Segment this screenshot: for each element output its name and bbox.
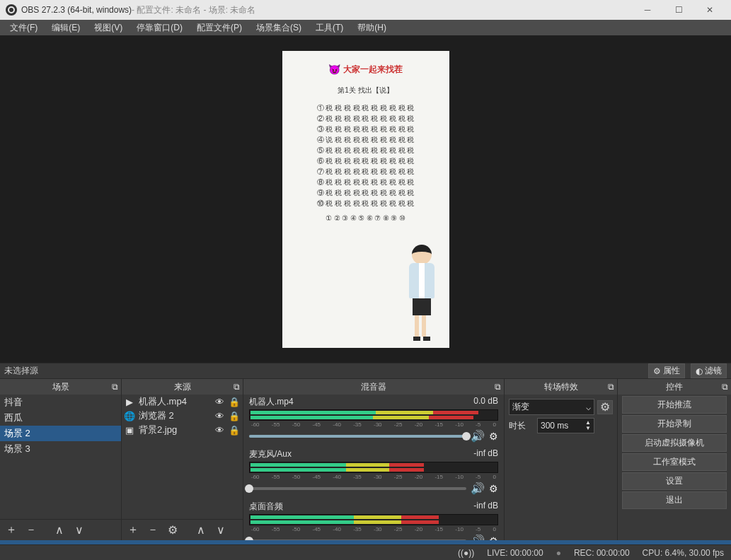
popout-icon[interactable]: ⧉: [722, 382, 728, 392]
scene-item[interactable]: 西瓜: [0, 410, 121, 426]
track-name: 麦克风/Aux: [249, 448, 292, 460]
vu-meter: -60-55-50-45-40-35-30-25-20-15-10-50: [249, 514, 498, 525]
speaker-icon[interactable]: 🔊: [471, 534, 485, 540]
scene-up-button[interactable]: ∧: [51, 522, 68, 539]
properties-button[interactable]: ⚙ 属性: [648, 363, 685, 378]
titlebar: OBS 27.2.3 (64-bit, windows) - 配置文件: 未命名…: [0, 0, 731, 20]
volume-slider[interactable]: [249, 435, 466, 438]
vu-meter: -60-55-50-45-40-35-30-25-20-15-10-50: [249, 462, 498, 473]
menubar: 文件(F)编辑(E)视图(V)停靠窗口(D)配置文件(P)场景集合(S)工具(T…: [0, 20, 731, 35]
status-rec: REC: 00:00:00: [574, 548, 630, 558]
menu-item[interactable]: 场景集合(S): [249, 21, 309, 35]
scenes-list: 抖音西瓜场景 2场景 3: [0, 395, 121, 519]
lock-toggle[interactable]: 🔒: [229, 397, 240, 407]
track-name: 机器人.mp4: [249, 396, 294, 408]
remove-scene-button[interactable]: －: [23, 522, 40, 539]
sources-header: 来源 ⧉: [122, 379, 243, 395]
transition-header: 转场特效 ⧉: [505, 379, 617, 395]
transition-body: 渐变 ⌵ ⚙ 时长 300 ms ▲▼: [505, 395, 617, 540]
mixer-track: 机器人.mp40.0 dB-60-55-50-45-40-35-30-25-20…: [243, 395, 504, 447]
menu-item[interactable]: 停靠窗口(D): [129, 21, 190, 35]
mixer-track: 桌面音频-inf dB-60-55-50-45-40-35-30-25-20-1…: [243, 499, 504, 540]
source-settings-button[interactable]: ⚙: [164, 522, 181, 539]
add-source-button[interactable]: ＋: [125, 522, 142, 539]
transition-panel: 转场特效 ⧉ 渐变 ⌵ ⚙ 时长 300 ms ▲▼: [505, 379, 618, 540]
menu-item[interactable]: 编辑(E): [45, 21, 87, 35]
grid-row: ② 税 税 税 税 税 税 税 税 税 税: [317, 113, 415, 124]
statusbar: ((●)) LIVE: 00:00:00 ● REC: 00:00:00 CPU…: [0, 544, 731, 560]
track-level: -inf dB: [473, 448, 498, 460]
track-name: 桌面音频: [249, 501, 283, 513]
add-scene-button[interactable]: ＋: [3, 522, 20, 539]
sources-panel: 来源 ⧉ ▶机器人.mp4👁🔒🌐浏览器 2👁🔒▣背景2.jpg👁🔒 ＋ － ⚙ …: [122, 379, 243, 540]
control-button[interactable]: 启动虚拟摄像机: [622, 434, 727, 452]
mixer-body: 机器人.mp40.0 dB-60-55-50-45-40-35-30-25-20…: [243, 395, 504, 540]
grid-footer: ① ② ③ ④ ⑤ ⑥ ⑦ ⑧ ⑨ ⑩: [326, 213, 405, 223]
preview-area[interactable]: 😈 大家一起来找茬 第1关 找出【说】 ① 税 税 税 税 税 税 税 税 税 …: [0, 35, 731, 363]
transition-settings-button[interactable]: ⚙: [597, 400, 613, 414]
minimize-button[interactable]: ─: [632, 0, 663, 20]
remove-source-button[interactable]: －: [144, 522, 161, 539]
scene-item[interactable]: 场景 2: [0, 426, 121, 441]
volume-slider[interactable]: [249, 539, 466, 541]
preview-canvas[interactable]: 😈 大家一起来找茬 第1关 找出【说】 ① 税 税 税 税 税 税 税 税 税 …: [282, 51, 449, 348]
source-name: 机器人.mp4: [139, 395, 211, 408]
track-settings-button[interactable]: ⚙: [489, 431, 498, 442]
popout-icon[interactable]: ⧉: [112, 382, 118, 392]
mixer-panel: 混音器 ⧉ 机器人.mp40.0 dB-60-55-50-45-40-35-30…: [243, 379, 505, 540]
control-button[interactable]: 设置: [622, 472, 727, 490]
transition-select[interactable]: 渐变 ⌵: [509, 399, 594, 415]
close-button[interactable]: ✕: [694, 0, 725, 20]
scene-down-button[interactable]: ∨: [71, 522, 88, 539]
control-button[interactable]: 工作室模式: [622, 453, 727, 471]
popout-icon[interactable]: ⧉: [495, 382, 501, 392]
menu-item[interactable]: 视图(V): [87, 21, 129, 35]
filters-button[interactable]: ◐ 滤镜: [691, 363, 727, 378]
duration-input[interactable]: 300 ms ▲▼: [537, 418, 594, 433]
grid-row: ③ 税 税 税 税 税 税 税 税 税 税: [317, 124, 415, 134]
grid-row: ⑨ 税 税 税 税 税 税 税 税 税 税: [317, 187, 415, 198]
grid-row: ④ 说 税 税 税 税 税 税 税 税 税: [317, 134, 415, 145]
maximize-button[interactable]: ☐: [663, 0, 694, 20]
controls-panel: 控件 ⧉ 开始推流开始录制启动虚拟摄像机工作室模式设置退出: [618, 379, 731, 540]
speaker-icon[interactable]: 🔊: [471, 482, 485, 495]
grid-row: ⑧ 税 税 税 税 税 税 税 税 税 税: [317, 177, 415, 187]
mixer-track: 麦克风/Aux-inf dB-60-55-50-45-40-35-30-25-2…: [243, 447, 504, 499]
source-up-button[interactable]: ∧: [192, 522, 209, 539]
source-down-button[interactable]: ∨: [212, 522, 229, 539]
scene-item[interactable]: 抖音: [0, 395, 121, 410]
visibility-toggle[interactable]: 👁: [215, 411, 224, 421]
menu-item[interactable]: 帮助(H): [350, 21, 393, 35]
menu-item[interactable]: 文件(F): [3, 21, 45, 35]
popout-icon[interactable]: ⧉: [608, 382, 614, 392]
devil-icon: 😈: [328, 64, 340, 75]
source-type-icon: 🌐: [125, 411, 134, 421]
control-button[interactable]: 开始录制: [622, 415, 727, 433]
app-icon: [6, 4, 17, 16]
controls-body: 开始推流开始录制启动虚拟摄像机工作室模式设置退出: [618, 395, 731, 540]
status-cpu: CPU: 6.4%, 30.00 fps: [643, 548, 724, 558]
control-button[interactable]: 开始推流: [622, 396, 727, 414]
visibility-toggle[interactable]: 👁: [215, 397, 224, 407]
source-item[interactable]: ▶机器人.mp4👁🔒: [122, 395, 243, 409]
no-source-label: 未选择源: [4, 365, 643, 377]
vu-meter: -60-55-50-45-40-35-30-25-20-15-10-50: [249, 409, 498, 421]
scene-item[interactable]: 场景 3: [0, 441, 121, 457]
speaker-icon[interactable]: 🔊: [471, 429, 485, 443]
source-item[interactable]: 🌐浏览器 2👁🔒: [122, 409, 243, 423]
menu-item[interactable]: 配置文件(P): [190, 21, 249, 35]
volume-slider[interactable]: [249, 487, 466, 490]
lock-toggle[interactable]: 🔒: [229, 411, 240, 421]
source-item[interactable]: ▣背景2.jpg👁🔒: [122, 423, 243, 437]
menu-item[interactable]: 工具(T): [309, 21, 350, 35]
track-level: 0.0 dB: [473, 396, 498, 408]
dock-panels: 场景 ⧉ 抖音西瓜场景 2场景 3 ＋ － ∧ ∨ 来源 ⧉ ▶机器人.mp4👁…: [0, 378, 731, 540]
visibility-toggle[interactable]: 👁: [215, 425, 224, 436]
track-settings-button[interactable]: ⚙: [489, 483, 498, 494]
lock-toggle[interactable]: 🔒: [229, 425, 240, 436]
control-button[interactable]: 退出: [622, 491, 727, 509]
canvas-subtitle: 第1关 找出【说】: [338, 86, 393, 95]
track-settings-button[interactable]: ⚙: [489, 535, 498, 541]
window-subtitle: - 配置文件: 未命名 - 场景: 未命名: [132, 4, 255, 16]
popout-icon[interactable]: ⧉: [234, 382, 240, 392]
